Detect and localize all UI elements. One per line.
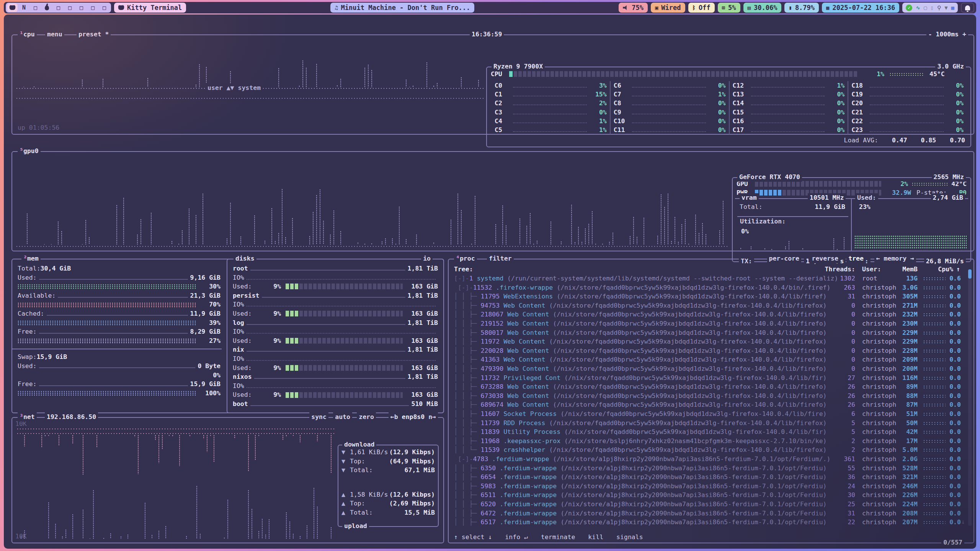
user-header[interactable]: User:	[862, 265, 881, 274]
process-cpu: 0.0	[938, 391, 961, 401]
footer-action-3[interactable]: kill	[588, 533, 603, 541]
disk-usage-module[interactable]: ▮8.79%	[784, 3, 819, 13]
interval-minus-button[interactable]: -	[928, 31, 932, 38]
clock-module[interactable]: ▦2025-07-22 16:36	[822, 3, 899, 13]
process-row[interactable]: [-]-4783 .ferdium-wrappe (/nix/store/a1p…	[449, 455, 965, 464]
footer-action-1[interactable]: info ↵	[505, 533, 528, 541]
process-row[interactable]: │ │ ├─ 219152 Web Content (/nix/store/fq…	[449, 319, 965, 328]
interval-plus-button[interactable]: +	[962, 31, 966, 38]
clipboard-app-icon[interactable]: ▢	[924, 5, 927, 11]
process-row[interactable]: │ │ ├─ 11972 Web Content (/nix/store/fqa…	[449, 337, 965, 346]
phone-link-icon[interactable]: ▯	[930, 5, 933, 11]
process-row[interactable]: │ │ ├─ 673288 Web Content (/nix/store/fq…	[449, 382, 965, 391]
tree-branch: │ │ ├─	[454, 302, 481, 309]
io-mode-button[interactable]: io	[421, 254, 433, 263]
process-name: Web Content	[507, 401, 553, 408]
process-row[interactable]: │ │ ├─ 6654 .ferdium-wrappe (/nix/store/…	[449, 473, 965, 482]
process-row[interactable]: │ │ ├─ 11968 .keepassxc-prox (/nix/store…	[449, 437, 965, 446]
process-row[interactable]: │ │ ├─ 5983 .ferdium-wrappe (/nix/store/…	[449, 482, 965, 491]
process-cpu: 0.0	[938, 382, 961, 391]
workspace-workspace-5[interactable]: □	[53, 3, 64, 12]
net-auto-button[interactable]: auto	[333, 412, 352, 422]
volume-module[interactable]: 75%	[619, 3, 648, 13]
proc-scrollbar-thumb[interactable]	[968, 269, 972, 279]
workspace-terminal[interactable]	[7, 3, 18, 12]
proc-scrollbar[interactable]	[968, 269, 972, 526]
footer-action-2[interactable]: terminate	[541, 533, 575, 541]
disks-body: root1,81 TiBIO%Used:9%163 GiBpersist1,81…	[233, 264, 438, 409]
process-name: Privileged Cont	[503, 374, 564, 381]
workspace-editor[interactable]: N	[19, 3, 29, 12]
memory-usage-module[interactable]: ▤30.06%	[743, 3, 782, 13]
cpu-panel: ¹cpu menu preset * 16:36:59 - 1000ms + u…	[11, 34, 974, 135]
process-row[interactable]: │ │ └─ 11539 crashhelper (/nix/store/fqa…	[449, 445, 965, 455]
process-row[interactable]: │ │ ├─ 11795 WebExtensions (/nix/store/f…	[449, 292, 965, 301]
mem-stat-label: Cached:	[18, 309, 44, 318]
process-row[interactable]: │ │ ├─ 6520 .ferdium-wrappe (/nix/store/…	[449, 500, 965, 509]
net-zero-button[interactable]: zero	[357, 412, 376, 422]
process-row[interactable]: │ │ ├─ 41363 Web Content (/nix/store/fqa…	[449, 355, 965, 364]
threads-header[interactable]: Threads:	[809, 265, 855, 274]
tree-button[interactable]: tree	[846, 254, 866, 263]
process-row[interactable]: │ │ ├─ 11739 RDD Process (/nix/store/fqa…	[449, 419, 965, 428]
scroll-more-icon[interactable]: ↓	[961, 517, 965, 527]
per-core-button[interactable]: per-core	[767, 254, 801, 263]
workspace-workspace-9[interactable]: □	[99, 3, 109, 12]
process-command: (/nix/store/fqadd0bprwc5yw5k99xajbdqd1dz…	[549, 338, 826, 345]
process-row[interactable]: [-]-11532 .firefox-wrappe (/nix/store/fq…	[449, 283, 965, 292]
process-row[interactable]: │ │ ├─ 11607 Socket Process (/nix/store/…	[449, 409, 965, 419]
reverse-button[interactable]: reverse	[810, 254, 840, 263]
process-row[interactable]: │ │ ├─ 6472 .ferdium-wrappe (/nix/store/…	[449, 509, 965, 518]
net-sync-button[interactable]: sync	[309, 412, 328, 422]
window-title-pill[interactable]: Kitty Terminal	[114, 3, 186, 13]
bluetooth-module[interactable]: ᛒOff	[688, 3, 715, 13]
net-next-interface-button[interactable]: n→	[428, 413, 436, 421]
process-row[interactable]: [-]-1 systemd (/run/current-system/syste…	[449, 274, 965, 283]
workspace-workspace-3[interactable]: □	[30, 3, 41, 12]
filter-button[interactable]: filter	[487, 254, 514, 263]
tree-branch: │ │ ├─	[454, 320, 481, 327]
sort-column-selector[interactable]: ← memory →	[874, 254, 916, 263]
workspace-browser[interactable]	[42, 3, 52, 12]
process-row[interactable]: │ │ ├─ 479390 Web Content (/nix/store/fq…	[449, 364, 965, 373]
process-row[interactable]: │ │ ├─ 580017 Web Content (/nix/store/fq…	[449, 328, 965, 337]
core-cell: C110%	[614, 126, 726, 134]
workspace-workspace-6[interactable]: □	[65, 3, 75, 12]
footer-action-0[interactable]: ↑ select ↓	[454, 533, 492, 541]
cpu-usage-module[interactable]: ⊞5%	[718, 3, 740, 13]
network-module[interactable]: ▣Wired	[651, 3, 685, 13]
wave-app-icon[interactable]: ∿	[916, 5, 920, 11]
process-row[interactable]: │ │ ├─ 689674 Web Content (/nix/store/fq…	[449, 400, 965, 409]
process-pid: 689674	[481, 401, 508, 408]
memb-header[interactable]: MemB	[887, 265, 918, 274]
grid-app-icon[interactable]: ▦	[951, 5, 954, 11]
mem-stat-row: Used:9,16 GiB	[18, 273, 220, 282]
preset-button[interactable]: preset *	[77, 30, 111, 39]
process-row[interactable]: │ │ ├─ 6511 .ferdium-wrappe (/nix/store/…	[449, 491, 965, 500]
process-row[interactable]: │ │ ├─ 218067 Web Content (/nix/store/fq…	[449, 310, 965, 319]
net-prev-interface-button[interactable]: ←b	[390, 413, 398, 421]
core-percent: 1%	[708, 90, 726, 99]
process-row[interactable]: │ │ ├─ 6517 .ferdium-wrappe (/nix/store/…	[449, 518, 965, 526]
process-command: (/nix/store/fqadd0bprwc5yw5k99xajbdqd1dz…	[549, 446, 826, 453]
workspace-workspace-7[interactable]: □	[76, 3, 87, 12]
swap-meter-row: 100%	[18, 389, 220, 398]
process-row[interactable]: │ │ ├─ 6350 .ferdium-wrappe (/nix/store/…	[449, 464, 965, 473]
cpu-header[interactable]: Cpu%	[930, 265, 953, 274]
keepassxc-icon[interactable]: ⚲	[937, 5, 941, 11]
process-row[interactable]: │ │ ├─ 11839 Utility Process (/nix/store…	[449, 427, 965, 437]
process-row[interactable]: │ │ ├─ 673038 Web Content (/nix/store/fq…	[449, 391, 965, 401]
nm-applet-icon[interactable]: ▼	[944, 5, 947, 11]
menu-button[interactable]: menu	[45, 30, 64, 39]
net-stat-value: (2,69 Mibps)	[365, 499, 435, 508]
process-row[interactable]: │ │ ├─ 220028 Web Content (/nix/store/fq…	[449, 346, 965, 355]
net-stats-box: download upload ▼1,61 KiB/s(12,9 Kibps)▼…	[338, 445, 439, 527]
footer-action-4[interactable]: signals	[616, 533, 643, 541]
cpu-model: Ryzen 9 7900X	[492, 62, 545, 71]
sync-ok-icon[interactable]: ✓	[906, 5, 912, 11]
notification-button[interactable]	[961, 3, 974, 13]
process-row[interactable]: │ │ ├─ 11732 Privileged Cont (/nix/store…	[449, 373, 965, 383]
process-row[interactable]: │ │ ├─ 94753 Web Content (/nix/store/fqa…	[449, 301, 965, 310]
music-player[interactable]: ♫ Minuit Machine - Don't Run Fro...	[330, 3, 474, 13]
workspace-workspace-8[interactable]: □	[88, 3, 98, 12]
